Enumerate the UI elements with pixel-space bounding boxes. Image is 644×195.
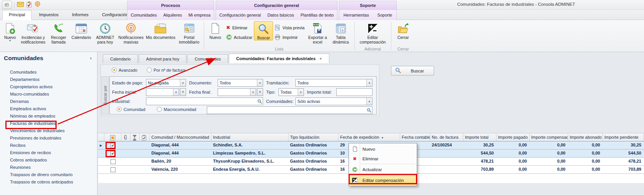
eliminar-button[interactable]: ✖ Eliminar bbox=[225, 24, 254, 31]
tab-informes[interactable]: Informes bbox=[66, 10, 95, 20]
adminet-hoy-button[interactable]: ADMINET para hoy bbox=[93, 21, 117, 44]
context-menu-nuevo[interactable]: Nuevo bbox=[349, 144, 417, 154]
nuevo-dropdown-caret[interactable]: ▾ bbox=[9, 40, 11, 42]
tab-herramientas[interactable]: Herramientas bbox=[344, 13, 369, 17]
tab-alquileres[interactable]: Alquileres bbox=[163, 13, 182, 17]
buscar-button[interactable]: Buscar bbox=[391, 66, 434, 76]
fecha-final-clear-icon[interactable]: × bbox=[257, 88, 263, 96]
col-header-no-factura[interactable]: No. de factura bbox=[430, 133, 463, 141]
sidebar-item-traspasos-dinero[interactable]: Traspasos de dinero comunitario bbox=[0, 171, 97, 178]
radio-macrocomunidad[interactable]: Macrocomunidad bbox=[157, 107, 196, 112]
sidebar-item-cobros[interactable]: Cobros anticipados bbox=[0, 156, 97, 164]
actualizar-button[interactable]: Actualizar bbox=[225, 34, 254, 40]
row-checkbox[interactable]: ✔ bbox=[111, 143, 116, 148]
fecha-final-input[interactable]: ▾ bbox=[218, 88, 256, 96]
portal-inmobiliario-button[interactable]: Portal inmobiliario bbox=[176, 21, 202, 44]
importe-total-input[interactable] bbox=[336, 88, 372, 96]
sidebar-item-nominas[interactable]: Nóminas de empleados bbox=[0, 113, 97, 120]
calendario-button[interactable]: Calendario bbox=[69, 21, 93, 40]
tabla-dinamica-button[interactable]: fx Tabla dinámica bbox=[329, 21, 352, 44]
chevron-down-icon[interactable]: ▾ bbox=[173, 89, 179, 96]
notificaciones-masivas-button[interactable]: Notificaciones masivas bbox=[117, 21, 145, 44]
col-header-comunidad[interactable]: Comunidad / Macrocomunidad bbox=[150, 133, 211, 141]
sidebar-item-traspasos-cobros[interactable]: Traspasos de cobros anticipados bbox=[0, 178, 97, 186]
search-icon[interactable] bbox=[366, 107, 372, 114]
sidebar-item-derramas[interactable]: Derramas bbox=[0, 98, 97, 105]
chevron-down-icon[interactable]: ▾ bbox=[366, 98, 372, 105]
col-header-tipo-liquidacion[interactable]: Tipo liquidación bbox=[288, 133, 339, 141]
select-all-header[interactable] bbox=[104, 133, 121, 141]
close-tab-icon[interactable]: × bbox=[319, 56, 322, 61]
nuevo-button[interactable]: Nuevo ▾ bbox=[2, 21, 18, 42]
cerrar-button[interactable]: Cerrar bbox=[393, 21, 413, 40]
col-header-importe-compensado[interactable]: Importe compensado bbox=[530, 133, 568, 141]
estado-pago-select[interactable]: No pagada▾ bbox=[146, 79, 186, 87]
comunidad-search-input[interactable] bbox=[207, 106, 372, 114]
sidebar-item-copropietarios[interactable]: Copropietarios activos bbox=[0, 83, 97, 91]
col-header-fecha-contable[interactable]: Fecha contable bbox=[400, 133, 430, 141]
tab-datos-basicos[interactable]: Datos básicos bbox=[267, 13, 294, 17]
fecha-inicial-input[interactable]: ▾ bbox=[146, 88, 179, 96]
doc-tab-calendario[interactable]: Calendario bbox=[103, 54, 138, 63]
fecha-inicial-clear-icon[interactable]: × bbox=[180, 88, 186, 96]
doc-tab-facturas-industriales[interactable]: Comunidades: Facturas de industriales× bbox=[229, 54, 329, 63]
sidebar-item-previsiones[interactable]: Previsiones de industriales bbox=[0, 134, 97, 142]
confirmed-column-header[interactable] bbox=[140, 133, 150, 141]
chevron-down-icon[interactable]: ▾ bbox=[366, 79, 372, 86]
tab-plantillas-texto[interactable]: Plantillas de texto bbox=[300, 13, 334, 17]
sidebar-item-recibos[interactable]: Recibos bbox=[0, 142, 97, 149]
radio-por-factura[interactable]: Por nº de factura bbox=[147, 67, 185, 72]
row-checkbox[interactable] bbox=[111, 167, 116, 172]
sidebar-item-macro-comunidades[interactable]: Macro-comunidades bbox=[0, 91, 97, 98]
incidencias-button[interactable]: Incidencias y notificaciones bbox=[18, 21, 48, 44]
mis-documentos-button[interactable]: Mis documentos bbox=[145, 21, 176, 40]
sidebar-item-vencimientos[interactable]: Vencimientos de industriales bbox=[0, 127, 97, 134]
tab-principal[interactable]: Principal bbox=[2, 10, 32, 20]
vista-previa-button[interactable]: Vista previa bbox=[273, 24, 306, 31]
sidebar-collapse-button[interactable]: ‹ bbox=[90, 55, 92, 61]
radio-avanzado[interactable]: Avanzado bbox=[112, 67, 138, 72]
broadcast-quick-button[interactable] bbox=[34, 1, 41, 8]
comunidades-select[interactable]: Sólo activas▾ bbox=[295, 98, 372, 105]
tab-comunidades[interactable]: Comunidades bbox=[131, 13, 157, 17]
sidebar-item-empleados[interactable]: Empleados activos bbox=[0, 105, 97, 113]
col-header-importe-pendiente[interactable]: Importe pendiente bbox=[603, 133, 644, 141]
sidebar-item-reuniones[interactable]: Reuniones bbox=[0, 164, 97, 171]
context-menu-eliminar[interactable]: ✖ Eliminar bbox=[349, 154, 417, 163]
tipo-select[interactable]: Todas▾ bbox=[278, 88, 304, 96]
mail-quick-button[interactable] bbox=[17, 2, 24, 8]
radio-comunidad[interactable]: Comunidad bbox=[117, 107, 145, 112]
phone-quick-button[interactable] bbox=[2, 1, 12, 9]
row-checkbox[interactable] bbox=[111, 159, 116, 164]
industrial-input[interactable] bbox=[146, 98, 263, 105]
select-all-checkbox-icon[interactable] bbox=[110, 135, 115, 140]
buscar-ribbon-button[interactable]: Buscar bbox=[254, 21, 273, 40]
col-header-importe-abonado[interactable]: Importe abonado bbox=[568, 133, 603, 141]
col-header-importe-pagado[interactable]: Importe pagado bbox=[496, 133, 530, 141]
context-menu-actualizar[interactable]: Actualizar bbox=[349, 165, 417, 174]
row-checkbox[interactable]: ✔ bbox=[111, 151, 116, 156]
sidebar-item-departamentos[interactable]: Departamentos bbox=[0, 76, 97, 83]
documento-select[interactable]: Todos▾ bbox=[218, 79, 263, 87]
col-header-industrial[interactable]: Industrial bbox=[211, 133, 288, 141]
doc-tab-adminet-hoy[interactable]: Adminet para hoy bbox=[139, 54, 186, 63]
sidebar-item-emisiones[interactable]: Emisiones de recibos bbox=[0, 149, 97, 156]
sidebar-item-comunidades[interactable]: Comunidades bbox=[0, 69, 97, 76]
tasks-quick-button[interactable] bbox=[26, 2, 32, 8]
tab-soporte[interactable]: Soporte bbox=[377, 13, 392, 17]
chevron-down-icon[interactable]: ▾ bbox=[298, 89, 304, 96]
tab-mi-empresa[interactable]: Mi empresa bbox=[188, 13, 210, 17]
editar-compensacion-button[interactable]: Editar compensación bbox=[357, 21, 389, 44]
doc-tab-comunidades[interactable]: Comunidades bbox=[187, 54, 228, 63]
chevron-down-icon[interactable]: ▾ bbox=[250, 89, 256, 96]
search-icon[interactable] bbox=[257, 98, 263, 105]
col-header-fecha-expedicion[interactable]: Fecha de expedición▼ bbox=[339, 133, 400, 141]
chevron-down-icon[interactable]: ▾ bbox=[180, 79, 186, 86]
sidebar-item-facturas-industriales[interactable]: Facturas de industriales bbox=[0, 120, 97, 127]
tab-configuracion-general[interactable]: Configuración general bbox=[220, 13, 261, 17]
lista-nuevo-button[interactable]: Nuevo bbox=[206, 21, 225, 40]
col-header-importe-total[interactable]: Importe total bbox=[463, 133, 496, 141]
context-menu-editar-compensacion[interactable]: Editar compensación bbox=[349, 175, 417, 185]
exportar-excel-button[interactable]: XLSX Exportar a excel bbox=[306, 21, 329, 44]
tramitacion-select[interactable]: Todos▾ bbox=[295, 79, 372, 87]
